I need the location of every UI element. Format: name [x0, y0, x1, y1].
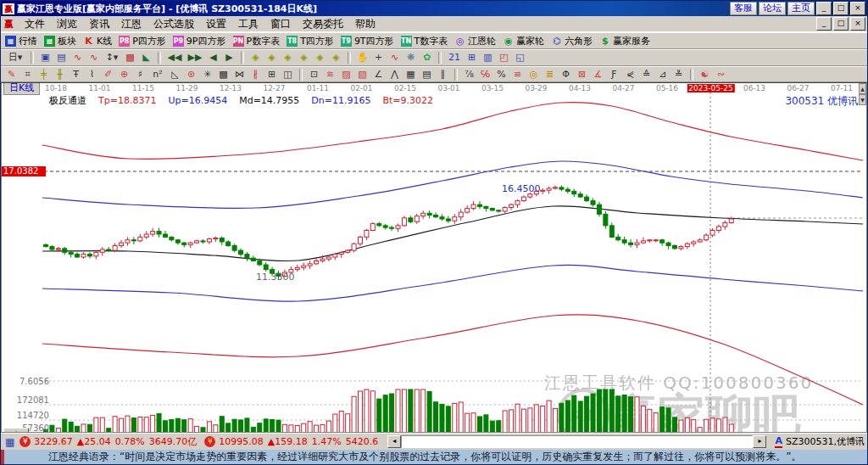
triangle-tool-icon[interactable]: ⊿: [655, 68, 670, 81]
golden-section-icon[interactable]: ≌: [510, 68, 525, 81]
shade-ne-icon[interactable]: ▨: [339, 68, 353, 81]
angle-line-icon[interactable]: ∠: [371, 68, 386, 81]
wave-line-icon[interactable]: ≚: [671, 68, 686, 81]
customer-service-button[interactable]: 客服: [730, 2, 757, 15]
dense-grid-icon[interactable]: ▦: [403, 68, 418, 81]
first-bar-icon[interactable]: ◀◀: [165, 51, 184, 64]
hand-tool-icon[interactable]: ✋: [355, 51, 370, 64]
compress-horizontal-icon[interactable]: ◈: [297, 51, 311, 64]
yinyang-tool-icon[interactable]: ☯: [698, 68, 712, 81]
scroll-up-icon[interactable]: ▲: [859, 83, 866, 94]
screen-mode-icon[interactable]: ▣: [38, 51, 53, 64]
hexagon-button[interactable]: ⌬六角形: [549, 34, 594, 48]
flag-marker-icon[interactable]: ◣: [139, 51, 153, 64]
percent-line-icon[interactable]: ℅: [478, 68, 492, 81]
scroll-left-icon[interactable]: ◂: [387, 435, 401, 448]
axis-scale-icon[interactable]: ↕▾: [103, 51, 121, 64]
parallel-lines-icon[interactable]: ∥: [436, 68, 450, 81]
candlestick-chart[interactable]: [2, 83, 867, 433]
restore-button[interactable]: □: [833, 2, 849, 15]
squiggle-tool-icon[interactable]: ⌇: [85, 68, 99, 81]
wave-small-icon[interactable]: ∿: [70, 51, 85, 64]
crosshair-tool-icon[interactable]: +: [371, 51, 386, 64]
gann-grid-icon[interactable]: ⌗: [20, 68, 35, 81]
cycle-tool-icon[interactable]: ∾: [714, 68, 728, 81]
next-bar-icon[interactable]: ▶: [222, 51, 236, 64]
parallel-tool-icon[interactable]: ∦: [248, 68, 263, 81]
percent-tool-icon[interactable]: %: [494, 68, 509, 81]
time-grid-icon[interactable]: ╪: [36, 68, 51, 81]
n-square-icon[interactable]: n²: [149, 68, 166, 81]
anchor-box-icon[interactable]: ⊡: [307, 68, 321, 81]
9p-square-button[interactable]: P99P四方形: [171, 34, 228, 48]
phi-tool-icon[interactable]: Φ: [559, 68, 573, 81]
small-wheel-icon[interactable]: ⊛: [184, 68, 198, 81]
tab-daily-kline[interactable]: 日K线: [3, 83, 40, 95]
shade-grid-icon[interactable]: ▩: [216, 68, 231, 81]
red-pen-icon[interactable]: ✐: [101, 68, 115, 81]
t-table-button[interactable]: TNT数字表: [399, 34, 450, 48]
sector-button[interactable]: ▦板块: [42, 34, 78, 48]
peak-line-icon[interactable]: ⋀: [387, 68, 402, 81]
close-button[interactable]: ×: [850, 2, 865, 15]
quote-grid-icon[interactable]: ▦: [5, 436, 14, 448]
compress-vertical-icon[interactable]: ◈: [329, 51, 343, 64]
menu-gann[interactable]: 江恩: [115, 17, 147, 31]
gold-levels-icon[interactable]: ≣: [542, 68, 557, 81]
p-square-button[interactable]: P8P四方形: [117, 34, 168, 48]
radial-lines-icon[interactable]: ≋: [323, 68, 337, 81]
child-restore-button[interactable]: □: [833, 17, 849, 31]
square-tool-icon[interactable]: ⊠: [575, 68, 589, 81]
pen-tool-icon[interactable]: ✎: [4, 68, 19, 81]
minimize-button[interactable]: _: [816, 2, 832, 15]
box-grid-icon[interactable]: ⊞: [264, 68, 279, 81]
winner-wheel-button[interactable]: ◉赢家轮: [501, 34, 546, 48]
kline-settings-icon[interactable]: ▩: [123, 51, 137, 64]
circle-cross-icon[interactable]: ⊕: [117, 68, 131, 81]
split-box-icon[interactable]: ◫: [281, 68, 295, 81]
menu-file[interactable]: 文件: [19, 17, 51, 31]
menu-help[interactable]: 帮助: [349, 17, 381, 31]
kline-button[interactable]: KK线: [81, 34, 114, 48]
forum-button[interactable]: 论坛: [759, 2, 786, 15]
save-image-icon[interactable]: ◰: [497, 51, 511, 64]
menu-stock-picker[interactable]: 公式选股: [147, 17, 200, 31]
info-panel-icon[interactable]: ▤: [54, 51, 69, 64]
calendar-tool-icon[interactable]: 21: [446, 51, 463, 64]
chart-scrollbar[interactable]: ▲ ▼: [859, 83, 866, 105]
gann-wheel-button[interactable]: ◎江恩轮: [453, 34, 498, 48]
prev-bar-icon[interactable]: ◀: [206, 51, 220, 64]
menu-news[interactable]: 资讯: [83, 17, 115, 31]
gold-circle-icon[interactable]: ◎: [526, 68, 541, 81]
last-bar-icon[interactable]: ▶▶: [186, 51, 204, 64]
fan-lines-icon[interactable]: ∡: [591, 68, 605, 81]
volume-expand-button[interactable]: △: [3, 428, 29, 433]
zoom-out-icon[interactable]: ◈: [248, 51, 263, 64]
horizontal-scrollbar[interactable]: ◂ ▸: [387, 436, 766, 447]
scrollbar-track[interactable]: [401, 435, 753, 448]
ratio-tool-icon[interactable]: ⅞: [462, 68, 476, 81]
indicator-name[interactable]: 极反通道: [49, 95, 86, 106]
hash-grid-icon[interactable]: ♯: [133, 68, 147, 81]
expand-vertical-icon[interactable]: ◈: [313, 51, 327, 64]
row-grid-icon[interactable]: ▤: [420, 68, 434, 81]
calculator-tool-icon[interactable]: ⊞: [465, 51, 479, 64]
quote-board-button[interactable]: ▦行情: [3, 34, 39, 48]
wheel-tool-icon[interactable]: ✿: [420, 51, 434, 64]
scroll-down-icon[interactable]: ▼: [859, 94, 866, 105]
menu-trade[interactable]: 交易委托: [297, 17, 349, 31]
zoom-in-icon[interactable]: ◈: [264, 51, 279, 64]
price-grid-icon[interactable]: ╫: [53, 68, 67, 81]
angle-ruler-icon[interactable]: ◺: [168, 68, 182, 81]
scroll-right-icon[interactable]: ▸: [753, 435, 766, 448]
wedge-tool-icon[interactable]: ⋞: [623, 68, 637, 81]
kline-chart-area[interactable]: 日K线 10-1811-0111-1511-2912-1312-2701-110…: [1, 82, 867, 433]
t-ruler-icon[interactable]: Ŧ: [69, 68, 83, 81]
child-minimize-button[interactable]: _: [816, 17, 832, 31]
trend-analysis-icon[interactable]: ∿: [387, 51, 402, 64]
t-square-button[interactable]: T8T四方形: [285, 34, 336, 48]
wave-large-icon[interactable]: ∿: [86, 51, 101, 64]
homepage-button[interactable]: 主页: [787, 2, 815, 15]
menu-settings[interactable]: 设置: [200, 17, 232, 31]
data-panel-icon[interactable]: ▥: [481, 51, 495, 64]
